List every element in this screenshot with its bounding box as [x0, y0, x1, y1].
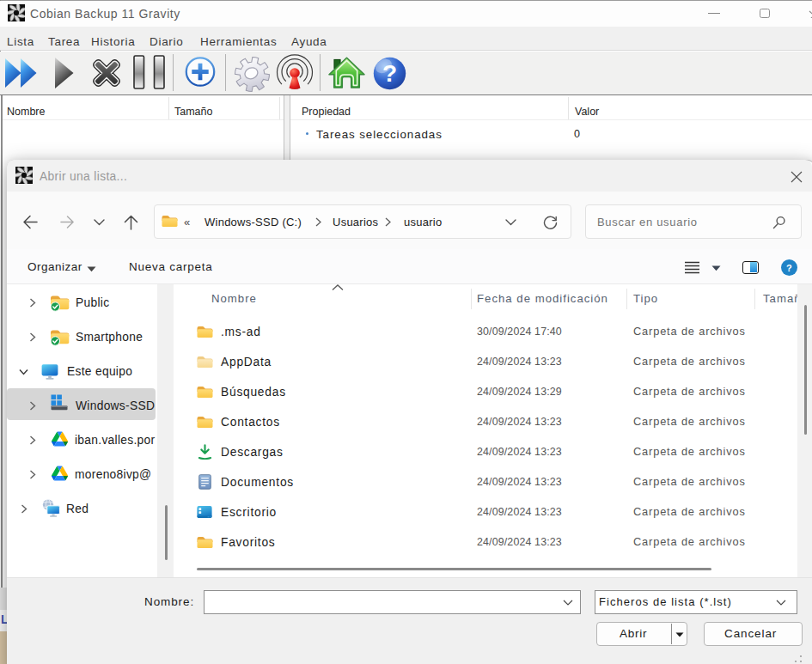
- svg-text:?: ?: [382, 60, 397, 87]
